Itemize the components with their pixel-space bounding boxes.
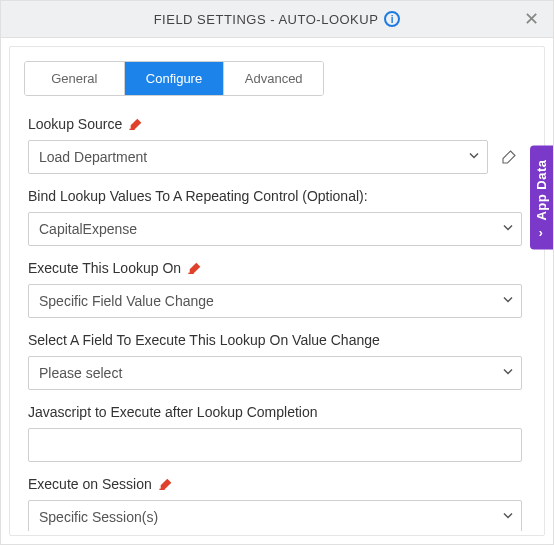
execute-on-value: Specific Field Value Change <box>28 284 522 318</box>
lookup-source-value: Load Department <box>28 140 488 174</box>
row-exec-session: Execute on Session Specific Session(s) <box>28 476 522 531</box>
configure-panel: Lookup Source Load Department <box>14 102 540 531</box>
bind-repeating-value: CapitalExpense <box>28 212 522 246</box>
row-select-field: Select A Field To Execute This Lookup On… <box>28 332 522 390</box>
modal-header: FIELD SETTINGS - AUTO-LOOKUP i ✕ <box>1 1 553 38</box>
select-field-select[interactable]: Please select <box>28 356 522 390</box>
lookup-source-label: Lookup Source <box>28 116 122 132</box>
row-lookup-source: Lookup Source Load Department <box>28 116 522 174</box>
lookup-source-select[interactable]: Load Department <box>28 140 488 174</box>
close-icon: ✕ <box>524 9 539 29</box>
required-edit-icon <box>158 477 174 491</box>
modal-title-group: FIELD SETTINGS - AUTO-LOOKUP i <box>154 11 401 27</box>
app-data-sidetab[interactable]: › App Data <box>530 146 553 250</box>
bind-repeating-label: Bind Lookup Values To A Repeating Contro… <box>28 188 368 204</box>
field-settings-modal: FIELD SETTINGS - AUTO-LOOKUP i ✕ General… <box>0 0 554 545</box>
js-after-input[interactable] <box>28 428 522 462</box>
exec-session-label: Execute on Session <box>28 476 152 492</box>
tab-advanced[interactable]: Advanced <box>224 62 323 95</box>
execute-on-select[interactable]: Specific Field Value Change <box>28 284 522 318</box>
chevron-left-icon: › <box>539 226 544 240</box>
row-execute-on: Execute This Lookup On Specific Field Va… <box>28 260 522 318</box>
required-edit-icon <box>128 117 144 131</box>
edit-lookup-source-button[interactable] <box>496 144 522 170</box>
execute-on-label: Execute This Lookup On <box>28 260 181 276</box>
tab-configure[interactable]: Configure <box>125 62 225 95</box>
tabs: General Configure Advanced <box>24 61 324 96</box>
js-after-label: Javascript to Execute after Lookup Compl… <box>28 404 318 420</box>
bind-repeating-select[interactable]: CapitalExpense <box>28 212 522 246</box>
row-bind-repeating: Bind Lookup Values To A Repeating Contro… <box>28 188 522 246</box>
tabs-container: General Configure Advanced <box>10 47 544 96</box>
exec-session-select[interactable]: Specific Session(s) <box>28 500 522 531</box>
select-field-label: Select A Field To Execute This Lookup On… <box>28 332 380 348</box>
info-icon[interactable]: i <box>384 11 400 27</box>
row-js-after: Javascript to Execute after Lookup Compl… <box>28 404 522 462</box>
tab-general[interactable]: General <box>25 62 125 95</box>
select-field-value: Please select <box>28 356 522 390</box>
close-button[interactable]: ✕ <box>520 4 543 34</box>
app-data-label: App Data <box>534 160 549 221</box>
exec-session-value: Specific Session(s) <box>28 500 522 531</box>
required-edit-icon <box>187 261 203 275</box>
modal-title: FIELD SETTINGS - AUTO-LOOKUP <box>154 12 379 27</box>
